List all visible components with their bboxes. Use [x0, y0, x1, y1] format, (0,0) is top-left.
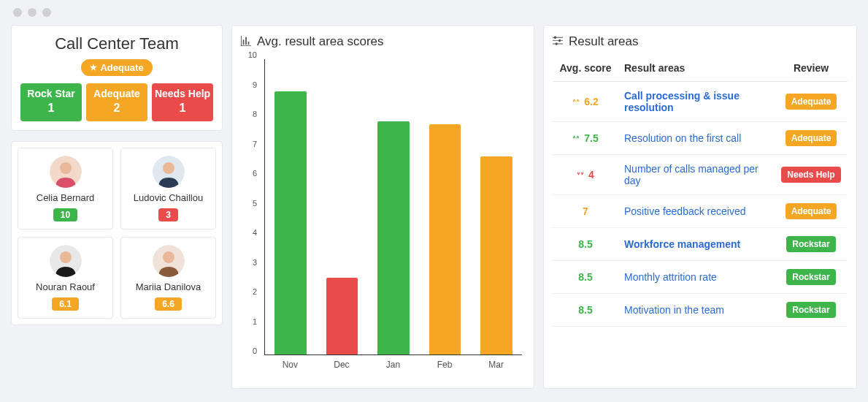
result-area-link[interactable]: Motivation in the team	[624, 304, 724, 316]
result-area-link[interactable]: Workforce management	[624, 238, 740, 250]
team-members-card: Celia Bernard10Ludovic Chaillou3Nouran R…	[11, 141, 223, 325]
member-score: 6.1	[52, 297, 79, 311]
result-area-link[interactable]: Resolution on the first call	[624, 132, 741, 144]
status-count: 1	[152, 101, 213, 115]
status-box[interactable]: Rock Star1	[20, 83, 82, 121]
status-box[interactable]: Needs Help1	[152, 83, 213, 121]
review-badge: Adequate	[786, 94, 837, 110]
y-tick-label: 1	[253, 317, 257, 326]
chart-panel-title-text: Avg. result area scores	[257, 34, 384, 49]
y-tick-label: 7	[253, 140, 257, 148]
status-box[interactable]: Adequate2	[86, 83, 147, 121]
member-card[interactable]: Nouran Raouf6.1	[18, 237, 113, 319]
table-row: ˅˅ 4Number of calls managed per dayNeeds…	[553, 155, 848, 195]
y-tick-label: 5	[253, 199, 257, 208]
result-area-link[interactable]: Monthly attrition rate	[624, 271, 717, 283]
overall-badge-label: Adequate	[100, 62, 143, 73]
result-areas-table: Avg. score Result areas Review ˄˄ 6.2Cal…	[553, 55, 848, 327]
y-tick-label: 10	[248, 50, 257, 59]
result-area-link[interactable]: Call processing & issue resolution	[624, 90, 740, 113]
row-review: Adequate	[775, 122, 848, 155]
result-area-link[interactable]: Positive feedback received	[624, 205, 746, 217]
status-count: 2	[86, 101, 147, 115]
trend-down-icon: ˅˅	[577, 172, 584, 180]
bar-chart-icon	[241, 36, 251, 48]
window-titlebar	[0, 0, 868, 25]
row-score: ˄˄ 7.5	[553, 122, 618, 155]
row-review: Adequate	[775, 82, 848, 122]
chart-bar[interactable]	[480, 156, 512, 354]
chart-bar[interactable]	[326, 278, 358, 354]
app-window: Call Center Team ★ Adequate Rock Star1Ad…	[0, 0, 868, 402]
overall-badge: ★ Adequate	[81, 59, 152, 76]
result-panel-title: Result areas	[553, 34, 848, 49]
member-name: Nouran Raouf	[23, 281, 108, 292]
row-score: 8.5	[553, 294, 618, 327]
svg-point-1	[60, 162, 72, 174]
th-score: Avg. score	[553, 55, 618, 82]
chart-bar[interactable]	[377, 121, 410, 354]
svg-point-3	[163, 162, 174, 174]
chart-area: 012345678910 NovDecJanFebMar	[241, 55, 525, 369]
result-panel-title-text: Result areas	[569, 34, 638, 49]
row-review: Needs Help	[775, 155, 848, 195]
member-card[interactable]: Mariia Danilova6.6	[120, 237, 216, 319]
member-card[interactable]: Ludovic Chaillou3	[120, 148, 216, 230]
trend-up-icon: ˄˄	[572, 99, 580, 107]
member-name: Ludovic Chaillou	[126, 192, 211, 203]
review-badge: Rockstar	[786, 236, 835, 252]
star-icon: ★	[90, 63, 97, 72]
row-score: ˄˄ 6.2	[553, 82, 618, 122]
row-score: ˅˅ 4	[553, 155, 618, 195]
chart-bars	[265, 59, 522, 354]
y-tick-label: 0	[253, 346, 257, 355]
review-badge: Adequate	[786, 203, 837, 219]
bar-slot	[265, 59, 316, 354]
table-row: 8.5Motivation in the teamRockstar	[553, 294, 848, 327]
table-header-row: Avg. score Result areas Review	[553, 55, 848, 82]
x-tick-label: Dec	[316, 355, 368, 370]
row-area: Call processing & issue resolution	[618, 82, 775, 122]
th-area: Result areas	[618, 55, 775, 82]
row-area: Monthly attrition rate	[618, 261, 775, 294]
row-area: Number of calls managed per day	[618, 155, 775, 195]
row-score: 7	[553, 195, 618, 228]
review-badge: Rockstar	[786, 302, 835, 318]
y-tick-label: 4	[253, 228, 257, 237]
row-review: Rockstar	[775, 294, 848, 327]
x-tick-label: Jan	[367, 355, 419, 370]
bar-slot	[368, 59, 419, 354]
status-label: Adequate	[93, 88, 140, 99]
bar-slot	[316, 59, 367, 354]
row-review: Adequate	[775, 195, 848, 228]
review-badge: Rockstar	[786, 269, 835, 285]
result-area-link[interactable]: Number of calls managed per day	[624, 163, 758, 186]
member-score: 6.6	[155, 297, 182, 311]
y-tick-label: 8	[253, 110, 257, 118]
members-grid: Celia Bernard10Ludovic Chaillou3Nouran R…	[18, 148, 216, 319]
y-tick-label: 2	[253, 287, 257, 296]
row-area: Resolution on the first call	[618, 122, 775, 155]
table-row: ˄˄ 7.5Resolution on the first callAdequa…	[553, 122, 848, 155]
left-column: Call Center Team ★ Adequate Rock Star1Ad…	[11, 25, 223, 389]
trend-up-icon: ˄˄	[572, 135, 580, 143]
team-title: Call Center Team	[20, 34, 213, 53]
row-area: Positive feedback received	[618, 195, 775, 228]
table-body: ˄˄ 6.2Call processing & issue resolution…	[553, 82, 848, 327]
chart-plot	[264, 59, 522, 355]
chart-bar[interactable]	[429, 124, 461, 354]
svg-point-10	[556, 42, 558, 45]
member-score: 10	[53, 208, 77, 221]
svg-point-8	[554, 36, 557, 39]
member-name: Celia Bernard	[23, 192, 108, 203]
x-tick-label: Feb	[419, 355, 471, 370]
chart-bar[interactable]	[274, 91, 307, 354]
member-score: 3	[158, 208, 178, 221]
row-review: Rockstar	[775, 261, 848, 294]
window-dot	[42, 8, 51, 17]
window-dot	[28, 8, 37, 17]
avatar	[153, 156, 185, 188]
member-card[interactable]: Celia Bernard10	[18, 148, 113, 230]
chart-y-ticks: 012345678910	[241, 55, 260, 351]
y-tick-label: 3	[253, 258, 257, 267]
